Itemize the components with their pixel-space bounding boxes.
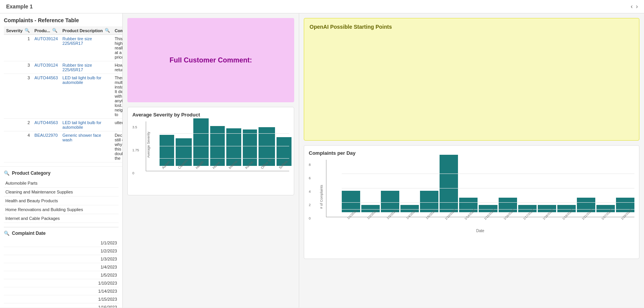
col-product: Produ... 🔍: [32, 26, 60, 35]
bar-group: Autom...: [160, 135, 174, 171]
openai-box: OpenAI Possible Starting Points: [304, 18, 639, 141]
cpd-y0: 0: [309, 216, 311, 220]
complaint-date-section: 🔍 Complaint Date 1/1/20231/2/20231/3/202…: [4, 227, 119, 308]
cpd-bar-group: 1/18/2023: [538, 205, 556, 217]
list-item[interactable]: 1/14/2023: [4, 287, 119, 295]
reference-table: Severity 🔍 Produ... 🔍: [4, 26, 123, 162]
left-panel: Complaints - Reference Table Severity 🔍: [0, 13, 123, 308]
cpd-bar-group: 1/3/2023: [381, 191, 399, 217]
next-button[interactable]: ›: [636, 3, 638, 10]
cpd-chart: 1/1/2023 1/2/2023 1/3/2023 1/4/2023 1/5/…: [326, 160, 634, 217]
list-item[interactable]: 1/16/2023: [4, 303, 119, 308]
table-row[interactable]: 3 AUTO44563 LED tail light bulb for auto…: [4, 74, 123, 119]
col-description: Product Description 🔍: [60, 26, 112, 35]
list-item[interactable]: 1/10/2023: [4, 279, 119, 287]
table-row[interactable]: 3 AUTO39124 Rubber tire size 225/65R17 H…: [4, 61, 123, 74]
avg-severity-chart: Autom... Cleanin... Health ... Home ... …: [146, 121, 289, 171]
reference-table-section: Complaints - Reference Table Severity 🔍: [0, 13, 122, 167]
ref-table-title: Complaints - Reference Table: [4, 17, 119, 23]
table-row[interactable]: 1 AUTO39124 Rubber tire size 225/65R17 T…: [4, 35, 123, 61]
col-complaint: ComplaintText 🔍: [112, 26, 123, 35]
cpd-grid2: [342, 202, 634, 203]
description-search-icon[interactable]: 🔍: [105, 28, 110, 33]
openai-title: OpenAI Possible Starting Points: [310, 24, 634, 30]
cpd-box: Complaints per Day 8 6 4 2 0 # of Compla…: [304, 145, 639, 259]
complaint-date-header: 🔍 Complaint Date: [4, 231, 119, 236]
cpd-grid4: [342, 174, 634, 174]
list-item[interactable]: 1/5/2023: [4, 271, 119, 279]
bar-group: Kitche...: [243, 129, 257, 171]
list-item[interactable]: Internet and Cable Packages: [4, 214, 119, 223]
main-layout: Complaints - Reference Table Severity 🔍: [0, 13, 644, 308]
table-row[interactable]: 4 BEAU22970 Generic shower face wash Dec…: [4, 131, 123, 162]
cpd-bar-group: 1/21/2023: [577, 198, 595, 217]
list-item[interactable]: Cleaning and Maintenance Supplies: [4, 188, 119, 197]
severity-search-icon[interactable]: 🔍: [25, 28, 30, 33]
cpd-bar: [440, 155, 458, 212]
middle-panel: Full Customer Comment: Average Severity …: [123, 13, 299, 308]
category-list: Automobile PartsCleaning and Maintenance…: [4, 179, 119, 223]
avg-severity-title: Average Severity by Product: [132, 112, 289, 118]
cpd-bar-group: 1/29/2023: [616, 198, 634, 217]
cpd-y6: 6: [309, 176, 311, 180]
bar-group: Interne...: [226, 128, 242, 171]
cpd-bar-group: 1/1/2023: [342, 191, 360, 217]
list-item[interactable]: 1/1/2023: [4, 239, 119, 247]
grid-line-2: [160, 146, 289, 146]
y-tick-top: 3.5: [132, 125, 139, 129]
cpd-x-label: Date: [326, 229, 634, 233]
col-severity: Severity 🔍: [4, 26, 32, 35]
y-tick-mid: 1.75: [132, 148, 139, 152]
title-bar: Example 1 ‹ ›: [0, 0, 644, 13]
product-category-header: 🔍 Product Category: [4, 170, 119, 176]
full-comment-box: Full Customer Comment:: [127, 18, 294, 102]
cpd-bar-group: 1/2/2023: [361, 205, 380, 217]
cpd-y4: 4: [309, 190, 311, 193]
prev-button[interactable]: ‹: [631, 3, 632, 10]
table-row[interactable]: 2 AUTO44563 LED tail light bulb for auto…: [4, 119, 123, 131]
cpd-bar-group: 1/4/2023: [400, 205, 419, 217]
bar-group: Softwa...: [277, 137, 292, 171]
cpd-y2: 2: [309, 203, 311, 207]
cpd-bar-group: 1/14/2023: [459, 198, 478, 217]
cpd-bar-group: 1/16/2023: [499, 198, 517, 217]
list-item[interactable]: Health and Beauty Products: [4, 197, 119, 205]
cpd-bar-group: 1/15/2023: [479, 205, 497, 217]
cpd-y8: 8: [309, 163, 311, 167]
y-tick-bot: 0: [132, 171, 139, 175]
bar-group: Home ...: [210, 126, 225, 171]
list-item[interactable]: 1/15/2023: [4, 295, 119, 303]
cpd-y-label: # of Complaints: [320, 185, 323, 209]
avg-severity-box: Average Severity by Product 3.5 1.75 0 A…: [127, 107, 294, 195]
cpd-bar-group: 1/17/2023: [518, 205, 537, 217]
cpd-bar-group: 1/19/2023: [557, 205, 576, 217]
list-item[interactable]: 1/3/2023: [4, 255, 119, 263]
cpd-title: Complaints per Day: [309, 150, 634, 156]
list-item[interactable]: 1/4/2023: [4, 263, 119, 271]
cpd-grid3: [342, 188, 634, 188]
nav-buttons: ‹ ›: [631, 3, 638, 10]
filter-date-icon: 🔍: [4, 231, 10, 236]
list-item[interactable]: 1/2/2023: [4, 247, 119, 255]
grid-line-1: [160, 133, 289, 134]
cpd-bar-group: 1/27/2023: [596, 205, 615, 217]
filter-icon: 🔍: [4, 170, 10, 176]
right-panel: OpenAI Possible Starting Points Complain…: [299, 13, 644, 308]
full-comment-title: Full Customer Comment:: [170, 56, 252, 64]
filters-section: 🔍 Product Category Automobile PartsClean…: [0, 167, 122, 308]
list-item[interactable]: Home Renovations and Building Supplies: [4, 205, 119, 214]
cpd-bar-group: 1/10/2023: [440, 155, 458, 217]
product-search-icon[interactable]: 🔍: [52, 28, 58, 33]
bar-group: Cleanin...: [176, 138, 192, 171]
bar-group: Health ...: [193, 118, 209, 171]
date-list: 1/1/20231/2/20231/3/20231/4/20231/5/2023…: [4, 239, 119, 308]
cpd-bar-group: 1/5/2023: [420, 191, 438, 217]
list-item[interactable]: Automobile Parts: [4, 179, 119, 188]
page-title: Example 1: [6, 3, 33, 10]
